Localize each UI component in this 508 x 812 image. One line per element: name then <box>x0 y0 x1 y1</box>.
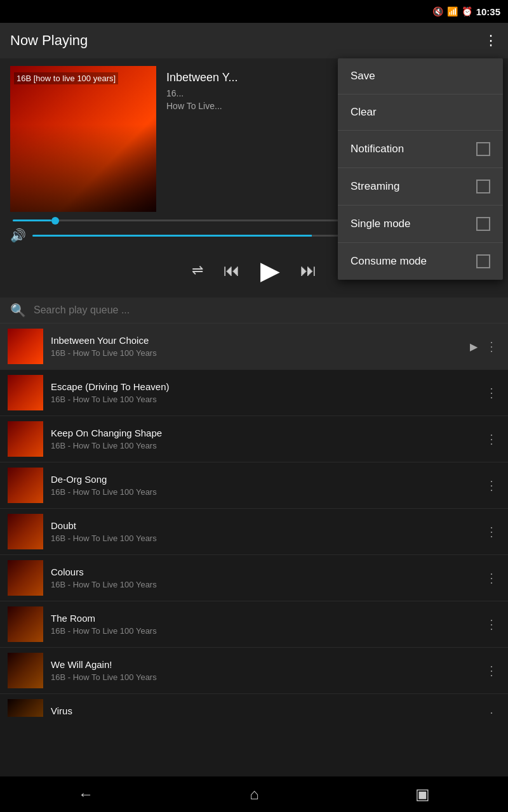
progress-dot <box>51 217 59 225</box>
track-thumbnail <box>8 514 43 549</box>
nav-bar: ← ⌂ ▣ <box>0 776 508 812</box>
track-details: Escape (Driving To Heaven) 16B - How To … <box>51 381 475 404</box>
dropdown-label-single-mode: Single mode <box>351 218 411 230</box>
recents-button[interactable]: ▣ <box>415 785 430 803</box>
dropdown-item-notification[interactable]: Notification <box>338 131 503 168</box>
status-icons: 🔇 📶 ⏰ 10:35 <box>432 6 500 17</box>
track-subtitle: 16B - How To Live 100 Years <box>51 626 475 636</box>
track-item[interactable]: Colours 16B - How To Live 100 Years ⋮ <box>0 555 508 601</box>
playing-indicator: ▶ <box>470 341 478 353</box>
dropdown-label-streaming: Streaming <box>351 180 399 193</box>
track-subtitle: 16B - How To Live 100 Years <box>51 487 475 497</box>
track-item[interactable]: Keep On Changing Shape 16B - How To Live… <box>0 416 508 462</box>
progress-fill <box>13 219 51 221</box>
next-button[interactable]: ⏭ <box>300 261 317 280</box>
mute-icon: 🔇 <box>432 6 443 16</box>
track-item[interactable]: The Room 16B - How To Live 100 Years ⋮ <box>0 601 508 648</box>
dropdown-menu: Save Clear Notification Streaming Single… <box>338 58 503 280</box>
track-subtitle: 16B - How To Live 100 Years <box>51 441 475 450</box>
album-art-label: 16B [how to live 100 years] <box>14 72 118 84</box>
track-thumbnail <box>8 421 43 457</box>
track-more-button[interactable]: ⋮ <box>483 429 500 449</box>
prev-button[interactable]: ⏮ <box>224 261 240 280</box>
play-button[interactable]: ▶ <box>260 256 280 285</box>
dropdown-item-streaming[interactable]: Streaming <box>338 168 503 206</box>
search-input[interactable] <box>34 304 498 316</box>
track-actions: ⋮ <box>483 521 500 542</box>
alarm-icon: ⏰ <box>462 6 472 16</box>
track-more-button[interactable]: ⋮ <box>483 383 500 403</box>
track-actions: ⋮ <box>483 660 500 681</box>
track-more-button[interactable]: ⋮ <box>483 336 500 357</box>
track-thumbnail <box>8 329 43 364</box>
checkbox-single-mode[interactable] <box>476 217 490 231</box>
track-details: We Will Again! 16B - How To Live 100 Yea… <box>51 659 475 682</box>
track-more-button[interactable]: ⋮ <box>483 521 500 542</box>
track-item[interactable]: We Will Again! 16B - How To Live 100 Yea… <box>0 648 508 694</box>
track-more-button[interactable]: ⋮ <box>483 568 500 588</box>
track-thumbnail <box>8 375 43 410</box>
track-actions: ▶ ⋮ <box>470 336 500 357</box>
app-bar: Now Playing ⋮ <box>0 23 508 58</box>
dropdown-item-save[interactable]: Save <box>338 58 503 95</box>
track-actions: ⋮ <box>483 568 500 588</box>
dropdown-label-notification: Notification <box>351 143 404 155</box>
track-item[interactable]: Virus 16B - How To Live 100 Years ⋮ <box>0 694 508 717</box>
track-list: Inbetween Your Choice 16B - How To Live … <box>0 324 508 717</box>
track-name: We Will Again! <box>51 659 475 670</box>
shuffle-button[interactable]: ⇌ <box>192 262 203 278</box>
track-details: Doubt 16B - How To Live 100 Years <box>51 520 475 543</box>
track-details: De-Org Song 16B - How To Live 100 Years <box>51 474 475 497</box>
home-button[interactable]: ⌂ <box>250 785 259 803</box>
track-name: Doubt <box>51 520 475 531</box>
track-thumbnail <box>8 560 43 596</box>
track-thumbnail <box>8 606 43 642</box>
track-name: Colours <box>51 566 475 577</box>
track-subtitle: 16B - How To Live 100 Years <box>51 395 475 404</box>
menu-button[interactable]: ⋮ <box>484 32 498 49</box>
track-name: De-Org Song <box>51 474 475 485</box>
app-title: Now Playing <box>10 32 88 49</box>
track-thumbnail <box>8 468 43 503</box>
back-button[interactable]: ← <box>78 785 93 803</box>
track-item[interactable]: Escape (Driving To Heaven) 16B - How To … <box>0 370 508 416</box>
track-thumbnail <box>8 699 43 717</box>
dropdown-item-single-mode[interactable]: Single mode <box>338 206 503 243</box>
checkbox-streaming[interactable] <box>476 180 490 193</box>
track-item[interactable]: Inbetween Your Choice 16B - How To Live … <box>0 324 508 370</box>
track-subtitle: 16B - How To Live 100 Years <box>51 580 475 589</box>
track-actions: ⋮ <box>483 429 500 449</box>
track-more-button[interactable]: ⋮ <box>483 614 500 634</box>
track-name: Inbetween Your Choice <box>51 335 462 346</box>
track-more-button[interactable]: ⋮ <box>483 660 500 681</box>
track-item[interactable]: De-Org Song 16B - How To Live 100 Years … <box>0 462 508 509</box>
search-icon: 🔍 <box>10 303 26 318</box>
album-art: 16B [how to live 100 years] <box>10 66 156 212</box>
track-details: The Room 16B - How To Live 100 Years <box>51 613 475 636</box>
checkbox-notification[interactable] <box>476 142 490 156</box>
track-actions: ⋮ <box>483 475 500 495</box>
search-bar: 🔍 <box>0 298 508 324</box>
album-art-overlay <box>10 124 156 212</box>
track-details: Virus 16B - How To Live 100 Years <box>51 705 475 717</box>
checkbox-consume-mode[interactable] <box>476 254 490 268</box>
track-more-button[interactable]: ⋮ <box>483 707 500 717</box>
track-subtitle: 16B - How To Live 100 Years <box>51 534 475 543</box>
track-more-button[interactable]: ⋮ <box>483 475 500 495</box>
time-display: 10:35 <box>476 6 500 17</box>
track-details: Inbetween Your Choice 16B - How To Live … <box>51 335 462 358</box>
track-item[interactable]: Doubt 16B - How To Live 100 Years ⋮ <box>0 509 508 555</box>
track-actions: ⋮ <box>483 707 500 717</box>
track-details: Colours 16B - How To Live 100 Years <box>51 566 475 589</box>
track-name: Keep On Changing Shape <box>51 428 475 438</box>
dropdown-item-clear[interactable]: Clear <box>338 95 503 131</box>
track-actions: ⋮ <box>483 383 500 403</box>
dropdown-item-consume-mode[interactable]: Consume mode <box>338 243 503 280</box>
track-thumbnail <box>8 653 43 688</box>
wifi-icon: 📶 <box>447 6 458 16</box>
track-name: Escape (Driving To Heaven) <box>51 381 475 392</box>
volume-icon: 🔊 <box>10 228 26 243</box>
track-details: Keep On Changing Shape 16B - How To Live… <box>51 428 475 450</box>
status-bar: 🔇 📶 ⏰ 10:35 <box>0 0 508 23</box>
dropdown-label-consume-mode: Consume mode <box>351 255 427 268</box>
